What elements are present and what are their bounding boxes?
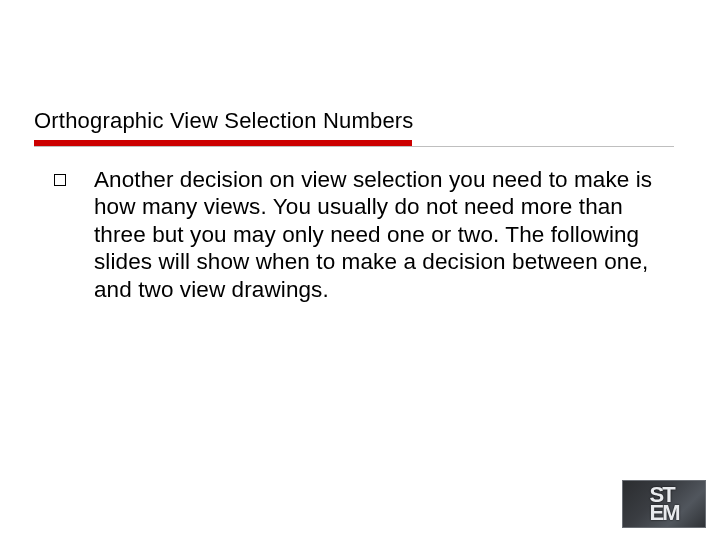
- body-text: Another decision on view selection you n…: [94, 166, 654, 303]
- title-underline-rule: [34, 146, 674, 147]
- title-block: Orthographic View Selection Numbers: [34, 108, 674, 147]
- slide-title: Orthographic View Selection Numbers: [34, 108, 674, 134]
- stem-logo: ST EM: [622, 480, 706, 528]
- slide: Orthographic View Selection Numbers Anot…: [0, 0, 720, 540]
- square-bullet-icon: [54, 174, 66, 186]
- logo-text: ST EM: [650, 486, 679, 522]
- list-item: Another decision on view selection you n…: [54, 166, 654, 303]
- content-area: Another decision on view selection you n…: [54, 166, 654, 303]
